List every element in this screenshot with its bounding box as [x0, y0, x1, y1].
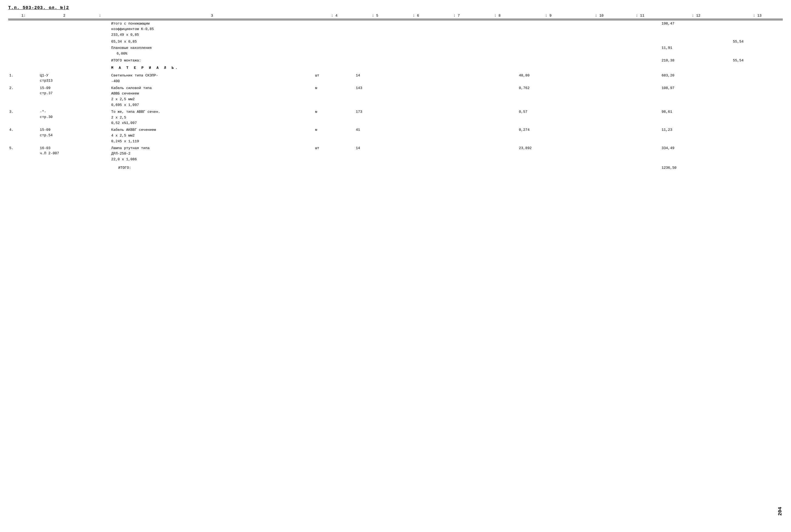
item-3-col12: 98,61	[660, 109, 732, 127]
page-title: Т.п. 503-203. ол. №|2	[8, 5, 783, 11]
summary-val-1-col12: 198,47	[660, 20, 732, 38]
item-2-unit: м	[314, 85, 355, 109]
col-header-7: : 7	[436, 13, 477, 19]
item-row-2: 2. 15-09стр.37 Кабель силовой типаАВВБ с…	[8, 85, 783, 109]
summary-val-2-col13: 55,54	[732, 38, 783, 45]
summary-val-3-col12: 11,91	[660, 45, 732, 57]
materials-header-row: М А Т Е Р И А Л Ь.	[8, 64, 783, 72]
page-number: 204	[777, 507, 783, 516]
item-5-col9: 23,892	[518, 145, 579, 163]
item-5-qty: 14	[355, 145, 396, 163]
item-4-num: 4.	[8, 127, 39, 145]
item-3-col9: 0,57	[518, 109, 579, 127]
item-row-5: 5. 16-03ч.П 2-007 Лампа ртутная типаДРЛ-…	[8, 145, 783, 163]
col-header-10: : 10	[579, 13, 620, 19]
item-5-desc: Лампа ртутная типаДРЛ-250-222,0 х 1,086	[110, 145, 314, 163]
col-header-4: : 4	[314, 13, 355, 19]
item-3-ref: -"-стр.30	[39, 109, 90, 127]
total-label: ИТОГО:	[110, 165, 314, 171]
item-row-1: 1. Ц1-Устр313 Светильник типа СКЗПР--400…	[8, 72, 783, 85]
item-1-unit: шт	[314, 72, 355, 85]
item-1-qty: 14	[355, 72, 396, 85]
item-3-unit: м	[314, 109, 355, 127]
item-2-qty: 143	[355, 85, 396, 109]
item-5-ref: 16-03ч.П 2-007	[39, 145, 90, 163]
item-4-col12: 11,23	[660, 127, 732, 145]
item-3-desc: То же, типа АВВГ сечен.2 х 2,50,52 х%1,0…	[110, 109, 314, 127]
item-2-col9: 0,762	[518, 85, 579, 109]
item-4-col9: 0,274	[518, 127, 579, 145]
item-4-unit: м	[314, 127, 355, 145]
item-2-ref: 15-09стр.37	[39, 85, 90, 109]
item-4-ref: 15-09стр.54	[39, 127, 90, 145]
col-header-3: 3	[110, 13, 314, 19]
item-1-num: 1.	[8, 72, 39, 85]
summary-row-3: Плановые накопления6,00% 11,91	[8, 45, 783, 57]
main-table: 1: 2 : 3 : 4 : 5 : 6 : 7 : 8 : 9 : 10 : …	[8, 13, 783, 171]
col-header-8: : 8	[477, 13, 518, 19]
item-1-col12: 683,20	[660, 72, 732, 85]
summary-row-1: Итого с понижающимкоэффициентом К-0,8523…	[8, 20, 783, 38]
summary-val-4-col13: 55,54	[732, 57, 783, 64]
item-1-desc: Светильник типа СКЗПР--400	[110, 72, 314, 85]
item-3-qty: 173	[355, 109, 396, 127]
item-2-desc: Кабель силовой типаАВВБ сечением2 х 2,5 …	[110, 85, 314, 109]
col-header-3-sep: :	[90, 13, 110, 19]
item-5-num: 5.	[8, 145, 39, 163]
item-row-4: 4. 15-09стр.54 Кабель АКВВГ сечением4 х …	[8, 127, 783, 145]
col-header-12: : 12	[660, 13, 732, 19]
item-2-num: 2.	[8, 85, 39, 109]
col-header-5: : 5	[355, 13, 396, 19]
col-header-1: 1:	[8, 13, 39, 19]
col-header-11: : 11	[620, 13, 660, 19]
item-3-num: 3.	[8, 109, 39, 127]
column-headers: 1: 2 : 3 : 4 : 5 : 6 : 7 : 8 : 9 : 10 : …	[8, 13, 783, 19]
item-5-unit: шт	[314, 145, 355, 163]
item-row-3: 3. -"-стр.30 То же, типа АВВГ сечен.2 х …	[8, 109, 783, 127]
item-4-qty: 41	[355, 127, 396, 145]
col-header-6: : 6	[396, 13, 436, 19]
item-1-ref: Ц1-Устр313	[39, 72, 90, 85]
col-header-2: 2	[39, 13, 90, 19]
total-col12: 1236,50	[660, 165, 732, 171]
summary-text-1: Итого с понижающимкоэффициентом К-0,8523…	[110, 20, 314, 38]
total-row: ИТОГО: 1236,50	[8, 165, 783, 171]
item-5-col12: 334,49	[660, 145, 732, 163]
summary-row-4: ИТОГО монтажа: 210,38 55,54	[8, 57, 783, 64]
summary-text-3: Плановые накопления6,00%	[110, 45, 314, 57]
item-4-desc: Кабель АКВВГ сечением4 х 2,5 мм20,245 х …	[110, 127, 314, 145]
col-header-13: : 13	[732, 13, 783, 19]
materials-header: М А Т Е Р И А Л Ь.	[110, 64, 314, 72]
summary-row-2: 65,34 х 0,85 55,54	[8, 38, 783, 45]
item-1-col9: 48,80	[518, 72, 579, 85]
summary-text-4: ИТОГО монтажа:	[110, 57, 314, 64]
summary-val-4-col12: 210,38	[660, 57, 732, 64]
item-2-col12: 108,97	[660, 85, 732, 109]
summary-text-2: 65,34 х 0,85	[110, 38, 314, 45]
col-header-9: : 9	[518, 13, 579, 19]
